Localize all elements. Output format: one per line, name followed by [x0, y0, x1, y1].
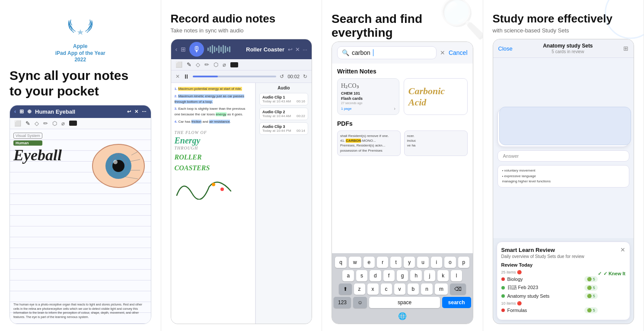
mic-button[interactable]: 🎙: [189, 42, 204, 57]
key-b[interactable]: b: [408, 283, 419, 295]
image-icon: ⬜: [14, 120, 21, 127]
key-i[interactable]: i: [431, 257, 442, 268]
key-j[interactable]: j: [424, 270, 435, 281]
review-row-biology[interactable]: Biology 🟢5: [501, 276, 598, 282]
key-shift[interactable]: ⬆: [339, 283, 352, 295]
eraser-icon-2: ◇: [196, 61, 200, 68]
pdf-card-2[interactable]: ncer.inclucve ha: [404, 130, 468, 156]
pdf-results-row: shall Resident(s) remove if one.41. CARB…: [337, 130, 468, 156]
key-123[interactable]: 123: [334, 297, 351, 308]
keyboard-row-4: 123 ☺ space search: [334, 297, 471, 308]
progress-bar[interactable]: [193, 76, 277, 77]
key-e[interactable]: e: [363, 257, 375, 268]
audio-clip-1[interactable]: Audio Clip 1 Today at 10:43 AM 00:16: [259, 93, 308, 105]
pen-icon-2: ✎: [187, 61, 191, 68]
key-y[interactable]: y: [404, 257, 415, 268]
play-pause-icon: ⏸: [183, 73, 189, 80]
review-row-formulas[interactable]: Formulas 🟢5: [501, 307, 598, 313]
search-mockup: 🔍 carbon ✕ Cancel Written Notes H₂CO₃ CH…: [332, 41, 473, 324]
note-line-3: Each loop is slightly lower than the pre…: [175, 107, 245, 116]
review-row-anatomy[interactable]: Anatomy study Sets 🟢5: [501, 293, 598, 299]
key-space[interactable]: space: [369, 297, 440, 308]
chevron-icon: ›: [394, 106, 395, 111]
carbonic-acid-card[interactable]: Carbonic Acid: [404, 78, 468, 115]
note-line-2: • expressive language: [502, 174, 625, 179]
key-v[interactable]: v: [394, 283, 405, 295]
key-d[interactable]: d: [370, 270, 381, 281]
panel-audio-notes: Record audio notes Take notes in sync wi…: [161, 0, 322, 331]
key-c[interactable]: c: [381, 283, 392, 295]
key-x[interactable]: x: [367, 283, 379, 295]
pdfs-label: PDFs: [337, 120, 468, 127]
recorder-mockup: ‹ ⊞ 🎙 Roller Coaster ↩ ✕ ···: [171, 39, 312, 324]
review-row-japanese[interactable]: 日語 Feb 2023 🟢5: [501, 284, 598, 291]
pdf-card-1[interactable]: shall Resident(s) remove if one.41. CARB…: [337, 130, 401, 156]
smart-learn-title: Smart Learn Review: [501, 247, 555, 253]
cancel-button[interactable]: Cancel: [449, 49, 468, 56]
key-n[interactable]: n: [421, 283, 433, 295]
pdf-text-2: ncer.inclucve ha: [407, 134, 465, 148]
japanese-name: 日語 Feb 2023: [507, 284, 539, 291]
keyboard-row-1: q w e r t y u i o p: [334, 257, 471, 268]
audio-clip-3[interactable]: Audio Clip 3 Today at 10:44 PM 00:14: [259, 122, 308, 135]
panel-sync-notes: Apple iPad App of the Year 2022 Sync all…: [0, 0, 161, 331]
key-l[interactable]: l: [451, 270, 462, 281]
anatomy-dot: [501, 294, 505, 298]
key-o[interactable]: o: [444, 257, 456, 268]
clear-search-icon[interactable]: ✕: [440, 49, 445, 56]
panel2-title: Record audio notes: [171, 12, 312, 25]
close-icon: ✕: [134, 109, 138, 115]
key-p[interactable]: p: [458, 257, 470, 268]
phone-toolbar-1: ‹ ⊞ ⊕ Human Eyeball ↩ ✕ ···: [10, 105, 151, 118]
close-button[interactable]: Close: [498, 45, 513, 52]
key-w[interactable]: w: [349, 257, 361, 268]
key-f[interactable]: f: [383, 270, 395, 281]
smart-learn-sub: Daily overview of Study Sets due for rev…: [501, 254, 626, 259]
page-link[interactable]: 1 page: [341, 107, 351, 111]
recorder-toolbar: ‹ ⊞ 🎙 Roller Coaster ↩ ✕ ···: [171, 39, 312, 59]
key-q[interactable]: q: [335, 257, 347, 268]
anatomy-badge: 🟢5: [584, 293, 598, 299]
panel-study: Study more effectively with science-base…: [483, 0, 644, 331]
globe-icon[interactable]: 🌐: [398, 312, 407, 320]
search-results: Written Notes H₂CO₃ CHEM 101 Flash cards…: [332, 64, 473, 253]
result-card-chem[interactable]: H₂CO₃ CHEM 101 Flash cards 27 seconds ag…: [337, 78, 399, 115]
key-t[interactable]: t: [390, 257, 402, 268]
study-set-sub: 5 cards in review: [516, 49, 620, 54]
study-top-bar: Close Anatomy study Sets 5 cards in revi…: [493, 39, 634, 58]
panel2-subtitle: Take notes in sync with audio: [171, 27, 312, 34]
key-g[interactable]: g: [397, 270, 408, 281]
back-icon: ‹: [14, 108, 16, 115]
search-input-container[interactable]: 🔍 carbon: [337, 46, 437, 59]
recorder-filename: Roller Coaster: [246, 46, 284, 53]
audio-clip-2[interactable]: Audio Clip 2 Today at 10:44 AM 00:22: [259, 108, 308, 120]
written-notes-label: Written Notes: [337, 68, 468, 75]
key-delete[interactable]: ⌫: [450, 283, 466, 295]
key-k[interactable]: k: [437, 270, 449, 281]
color-swatch-2: [230, 62, 238, 67]
globe-row: 🌐: [334, 310, 471, 322]
note-line-1: • voluntary movement: [502, 168, 625, 174]
smart-learn-close-button[interactable]: ✕: [620, 246, 625, 253]
chem-formula: H₂CO₃: [341, 82, 359, 89]
key-s[interactable]: s: [356, 270, 367, 281]
pencil-icon: ✏: [43, 120, 48, 127]
key-r[interactable]: r: [377, 257, 388, 268]
layout-icon[interactable]: ⊞: [623, 45, 628, 52]
note-highlight-blue: Maximum kinetic energy just as car passe…: [175, 94, 244, 104]
duration-label: 00:02: [287, 74, 300, 79]
playbar: ✕ ⏸ ↺ 00:02 ↻: [171, 70, 312, 83]
key-emoji[interactable]: ☺: [353, 297, 367, 308]
key-u[interactable]: u: [417, 257, 429, 268]
search-icon: 🔍: [342, 49, 349, 56]
human-badge: Human: [13, 140, 42, 146]
image-icon-2: ⬜: [175, 61, 182, 68]
key-z[interactable]: z: [354, 283, 365, 295]
key-m[interactable]: m: [435, 283, 448, 295]
key-h[interactable]: h: [410, 270, 422, 281]
carbonic-acid-title: Carbonic Acid: [408, 86, 463, 108]
shapes-icon: ⬡: [52, 120, 57, 127]
search-cursor: [373, 49, 374, 56]
key-a[interactable]: a: [342, 270, 354, 281]
key-search-button[interactable]: search: [442, 297, 471, 308]
